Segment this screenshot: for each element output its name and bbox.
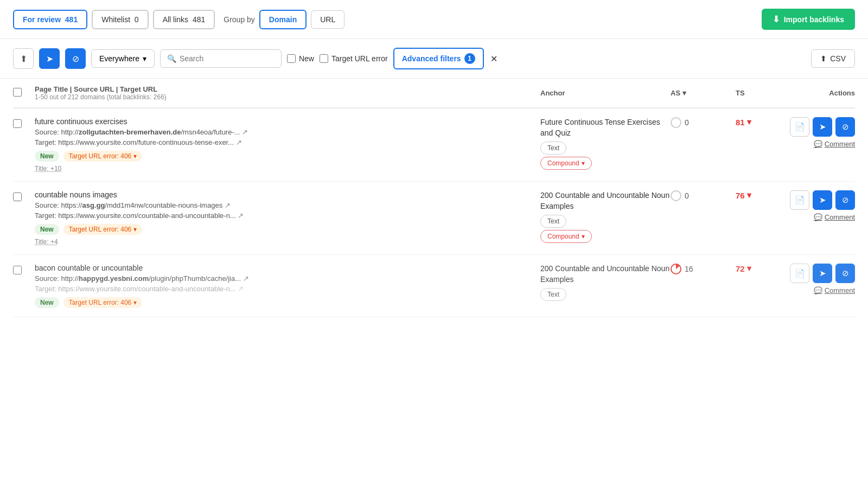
row1-tags: New Target URL error: 406 ▾ bbox=[35, 151, 540, 162]
new-checkbox-label[interactable]: New bbox=[287, 54, 314, 63]
row2-as-value: 0 bbox=[685, 191, 689, 200]
table-row: bacon countable or uncountable Source: h… bbox=[13, 255, 855, 317]
row2-ts-cell[interactable]: 76 ▾ bbox=[736, 190, 779, 200]
row1-send-btn[interactable]: ➤ bbox=[813, 117, 832, 137]
row2-source-ext-link-icon[interactable]: ↗ bbox=[225, 201, 231, 209]
row1-target-ext-link-icon[interactable]: ↗ bbox=[236, 138, 242, 146]
row2-compound-badge[interactable]: Compound ▾ bbox=[540, 230, 592, 243]
row2-block-btn[interactable]: ⊘ bbox=[835, 190, 855, 210]
row3-ts-dropdown-icon: ▾ bbox=[747, 264, 751, 273]
export-icon: ⬆ bbox=[20, 54, 27, 64]
row2-comment-link[interactable]: 💬 Comment bbox=[814, 213, 855, 221]
row1-source-ext-link-icon[interactable]: ↗ bbox=[242, 128, 248, 136]
row1-anchor-type: Text bbox=[540, 142, 566, 155]
compound-dropdown-icon: ▾ bbox=[582, 159, 585, 167]
group-by-url-btn[interactable]: URL bbox=[311, 10, 344, 29]
row1-compound-badge[interactable]: Compound ▾ bbox=[540, 157, 592, 170]
row2-tag-error[interactable]: Target URL error: 406 ▾ bbox=[63, 224, 143, 235]
tab-whitelist[interactable]: Whitelist 0 bbox=[92, 10, 148, 29]
top-bar: For review 481 Whitelist 0 All links 481… bbox=[0, 0, 868, 39]
row1-tag-error[interactable]: Target URL error: 406 ▾ bbox=[63, 151, 143, 162]
row2-as-radio[interactable] bbox=[671, 190, 681, 201]
row3-action-cell: 📄 ➤ ⊘ 💬 Comment bbox=[779, 264, 855, 294]
row1-ts-cell[interactable]: 81 ▾ bbox=[736, 117, 779, 127]
import-backlinks-button[interactable]: ⬇ Import backlinks bbox=[762, 9, 855, 30]
row2-send-btn[interactable]: ➤ bbox=[813, 190, 832, 210]
row1-ts-dropdown-icon: ▾ bbox=[747, 117, 751, 127]
group-by-domain-btn[interactable]: Domain bbox=[259, 10, 307, 29]
row3-target: Target: https://www.yoursite.com/countab… bbox=[35, 285, 540, 293]
table-row: countable nouns images Source: https://a… bbox=[13, 182, 855, 255]
row3-action-icons: 📄 ➤ ⊘ bbox=[790, 264, 855, 283]
row3-block-btn[interactable]: ⊘ bbox=[835, 264, 855, 283]
select-all-checkbox[interactable] bbox=[13, 88, 22, 97]
advanced-filters-button[interactable]: Advanced filters 1 bbox=[393, 48, 484, 69]
row2-target-ext-link-icon[interactable]: ↗ bbox=[238, 211, 244, 220]
row1-source: Source: http://zollgutachten-bremerhaven… bbox=[35, 128, 540, 136]
row2-anchor-text: 200 Countable and Uncountable Noun Examp… bbox=[540, 190, 671, 211]
tab-all-links[interactable]: All links 481 bbox=[153, 10, 215, 29]
row3-anchor-text: 200 Countable and Uncountable Noun Examp… bbox=[540, 264, 671, 285]
row1-as-radio[interactable] bbox=[671, 117, 681, 128]
row1-action-icons: 📄 ➤ ⊘ bbox=[790, 117, 855, 137]
row3-source-ext-link-icon[interactable]: ↗ bbox=[243, 274, 249, 283]
send-icon-btn[interactable]: ➤ bbox=[39, 48, 60, 69]
row3-ts-cell[interactable]: 72 ▾ bbox=[736, 264, 779, 273]
row3-tags: New Target URL error: 406 ▾ bbox=[35, 297, 540, 308]
row3-comment-icon: 💬 bbox=[814, 286, 822, 294]
target-url-error-checkbox[interactable] bbox=[320, 54, 328, 63]
row1-block-btn[interactable]: ⊘ bbox=[835, 117, 855, 137]
row3-anchor-type: Text bbox=[540, 288, 566, 301]
row2-tag-new: New bbox=[35, 224, 59, 235]
block-icon-btn[interactable]: ⊘ bbox=[65, 48, 86, 69]
group-by-label: Group by bbox=[224, 15, 255, 24]
row3-send-btn[interactable]: ➤ bbox=[813, 264, 832, 283]
csv-export-button[interactable]: ⬆ CSV bbox=[811, 49, 855, 68]
row1-doc-btn[interactable]: 📄 bbox=[790, 117, 809, 137]
top-bar-left: For review 481 Whitelist 0 All links 481… bbox=[13, 10, 344, 29]
advanced-filters-close-btn[interactable]: ✕ bbox=[490, 54, 497, 64]
row3-doc-btn[interactable]: 📄 bbox=[790, 264, 809, 283]
export-icon-btn[interactable]: ⬆ bbox=[13, 48, 34, 69]
row2-checkbox[interactable] bbox=[13, 193, 22, 201]
row1-anchor-text: Future Continuous Tense Exercises and Qu… bbox=[540, 117, 671, 138]
row2-doc-btn[interactable]: 📄 bbox=[790, 190, 809, 210]
row2-action-cell: 📄 ➤ ⊘ 💬 Comment bbox=[779, 190, 855, 221]
row2-main: countable nouns images Source: https://a… bbox=[35, 190, 540, 246]
row2-comment-icon: 💬 bbox=[814, 213, 822, 221]
row3-comment-link[interactable]: 💬 Comment bbox=[814, 286, 855, 294]
csv-export-icon: ⬆ bbox=[820, 54, 827, 63]
row1-main: future continuous exercises Source: http… bbox=[35, 117, 540, 172]
row3-as-value: 16 bbox=[685, 265, 693, 273]
search-input[interactable] bbox=[180, 54, 275, 63]
row2-title: countable nouns images bbox=[35, 190, 540, 199]
row2-source: Source: https://asg.gg/mdd1m4nw/countabl… bbox=[35, 201, 540, 209]
table-header: Page Title | Source URL | Target URL 1-5… bbox=[13, 79, 855, 108]
row1-as-value: 0 bbox=[685, 118, 689, 127]
row1-tag-new: New bbox=[35, 151, 59, 162]
row2-target: Target: https://www.yoursite.com/countab… bbox=[35, 211, 540, 220]
row3-as-radio[interactable] bbox=[671, 264, 681, 274]
row3-target-ext-link-icon[interactable]: ↗ bbox=[238, 285, 244, 293]
row2-as-cell: 0 bbox=[671, 190, 736, 201]
row3-title: bacon countable or uncountable bbox=[35, 264, 540, 272]
row1-comment-link[interactable]: 💬 Comment bbox=[814, 140, 855, 148]
row2-title-info[interactable]: Title: +4 bbox=[35, 238, 540, 246]
tab-for-review[interactable]: For review 481 bbox=[13, 10, 87, 29]
everywhere-dropdown[interactable]: Everywhere ▾ bbox=[91, 49, 155, 68]
row2-tags: New Target URL error: 406 ▾ bbox=[35, 224, 540, 235]
row1-checkbox[interactable] bbox=[13, 119, 22, 128]
filter-bar: ⬆ ➤ ⊘ Everywhere ▾ 🔍 New Target URL erro… bbox=[0, 39, 868, 79]
tag-error-dropdown-icon: ▾ bbox=[133, 152, 137, 160]
row2-action-icons: 📄 ➤ ⊘ bbox=[790, 190, 855, 210]
as-sort-icon[interactable]: ▾ bbox=[682, 89, 686, 97]
th-ts: TS bbox=[736, 89, 779, 97]
new-checkbox[interactable] bbox=[287, 54, 296, 63]
row3-main: bacon countable or uncountable Source: h… bbox=[35, 264, 540, 308]
row3-tag-error[interactable]: Target URL error: 406 ▾ bbox=[63, 297, 143, 308]
row1-title-info[interactable]: Title: +10 bbox=[35, 165, 540, 172]
row1-anchor: Future Continuous Tense Exercises and Qu… bbox=[540, 117, 671, 170]
th-actions: Actions bbox=[779, 89, 855, 97]
row3-checkbox[interactable] bbox=[13, 266, 22, 274]
target-url-error-checkbox-label[interactable]: Target URL error bbox=[320, 54, 388, 63]
